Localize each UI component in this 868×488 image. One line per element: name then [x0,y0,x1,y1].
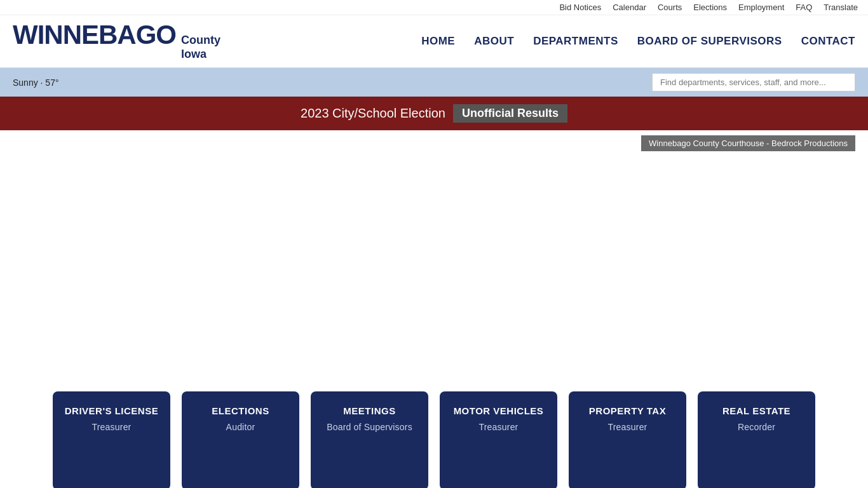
election-title: 2023 City/School Election [301,106,445,121]
real-estate-card-title: REAL ESTATE [722,405,790,417]
board-nav[interactable]: BOARD OF SUPERVISORS [637,35,782,48]
property-tax-card[interactable]: PROPERTY TAXTreasurer [569,391,686,488]
header: WINNEBAGO County Iowa HOME ABOUT DEPARTM… [0,15,868,68]
elections-utility-link[interactable]: Elections [693,3,727,12]
motor-vehicles-card[interactable]: MOTOR VEHICLESTreasurer [440,391,557,488]
logo[interactable]: WINNEBAGO County Iowa [13,22,220,61]
main-nav: HOME ABOUT DEPARTMENTS BOARD OF SUPERVIS… [421,35,855,48]
meetings-card-title: MEETINGS [343,405,395,417]
property-tax-card-subtitle: Treasurer [608,422,648,432]
cards-row: DRIVER'S LICENSETreasurerELECTIONSAudito… [38,391,830,488]
weather-text: Sunny · 57° [13,78,59,88]
elections-card[interactable]: ELECTIONSAuditor [182,391,299,488]
unofficial-results-badge[interactable]: Unofficial Results [453,104,567,123]
elections-card-subtitle: Auditor [226,422,255,432]
drivers-license-card-title: DRIVER'S LICENSE [65,405,158,417]
search-input[interactable] [652,73,855,92]
info-bar: Sunny · 57° [0,68,868,97]
motor-vehicles-card-subtitle: Treasurer [479,422,519,432]
drivers-license-card[interactable]: DRIVER'S LICENSETreasurer [53,391,170,488]
contact-nav[interactable]: CONTACT [801,35,855,48]
courts-link[interactable]: Courts [658,3,682,12]
bid-notices-link[interactable]: Bid Notices [559,3,601,12]
courthouse-caption-text: Winnebago County Courthouse - Bedrock Pr… [641,135,855,151]
meetings-card[interactable]: MEETINGSBoard of Supervisors [311,391,428,488]
about-nav[interactable]: ABOUT [474,35,514,48]
motor-vehicles-card-title: MOTOR VEHICLES [454,405,544,417]
property-tax-card-title: PROPERTY TAX [589,405,666,417]
meetings-card-subtitle: Board of Supervisors [327,422,412,432]
translate-link[interactable]: Translate [824,3,858,12]
home-nav[interactable]: HOME [421,35,455,48]
elections-card-title: ELECTIONS [212,405,269,417]
faq-link[interactable]: FAQ [796,3,812,12]
cards-section: DRIVER'S LICENSETreasurerELECTIONSAudito… [0,379,868,488]
courthouse-caption-container: Winnebago County Courthouse - Bedrock Pr… [0,130,868,156]
logo-winnebago: WINNEBAGO [13,22,176,48]
utility-bar: Bid Notices Calendar Courts Elections Em… [0,0,868,15]
election-banner: 2023 City/School Election Unofficial Res… [0,97,868,130]
hero-section [0,156,868,379]
logo-county-iowa: County Iowa [181,34,220,61]
drivers-license-card-subtitle: Treasurer [92,422,132,432]
real-estate-card[interactable]: REAL ESTATERecorder [698,391,815,488]
calendar-link[interactable]: Calendar [613,3,646,12]
real-estate-card-subtitle: Recorder [738,422,775,432]
departments-nav[interactable]: DEPARTMENTS [533,35,618,48]
employment-link[interactable]: Employment [738,3,784,12]
